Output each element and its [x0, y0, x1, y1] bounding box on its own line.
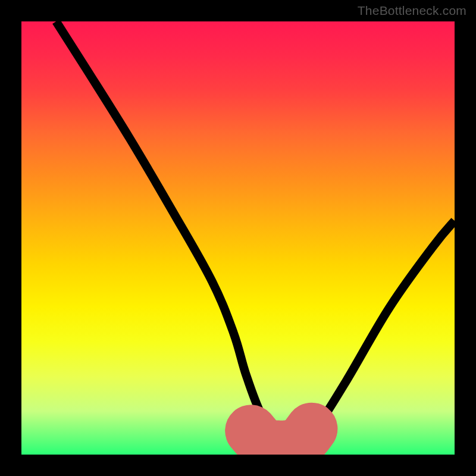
highlight-hump-path [251, 428, 312, 446]
plot-area [21, 21, 455, 455]
watermark-text: TheBottleneck.com [358, 4, 466, 18]
chart-svg [21, 21, 455, 455]
main-curve-path [56, 21, 455, 449]
